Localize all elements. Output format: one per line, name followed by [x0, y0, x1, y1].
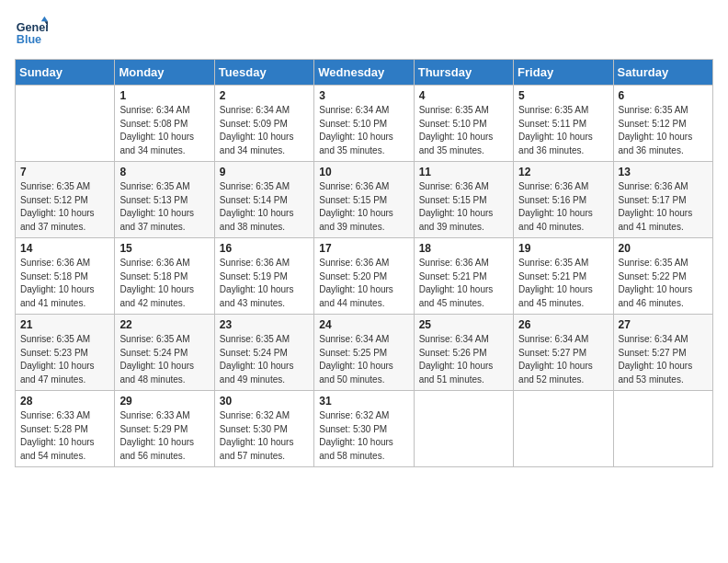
day-info: Sunrise: 6:35 AM Sunset: 5:22 PM Dayligh…: [619, 257, 708, 310]
calendar-cell: [613, 391, 712, 467]
calendar-cell: 6Sunrise: 6:35 AM Sunset: 5:12 PM Daylig…: [613, 86, 712, 162]
calendar-cell: 3Sunrise: 6:34 AM Sunset: 5:10 PM Daylig…: [314, 86, 414, 162]
day-info: Sunrise: 6:36 AM Sunset: 5:17 PM Dayligh…: [619, 180, 708, 234]
day-info: Sunrise: 6:33 AM Sunset: 5:29 PM Dayligh…: [119, 409, 209, 463]
calendar-cell: 12Sunrise: 6:36 AM Sunset: 5:16 PM Dayli…: [514, 162, 613, 238]
weekday-header-thursday: Thursday: [414, 60, 513, 86]
day-info: Sunrise: 6:34 AM Sunset: 5:25 PM Dayligh…: [319, 333, 408, 386]
calendar-cell: 9Sunrise: 6:35 AM Sunset: 5:14 PM Daylig…: [214, 162, 313, 238]
weekday-header-tuesday: Tuesday: [214, 60, 313, 86]
calendar-cell: 22Sunrise: 6:35 AM Sunset: 5:24 PM Dayli…: [115, 315, 214, 391]
day-info: Sunrise: 6:34 AM Sunset: 5:09 PM Dayligh…: [220, 104, 309, 157]
day-number: 12: [518, 166, 608, 178]
calendar-cell: 25Sunrise: 6:34 AM Sunset: 5:26 PM Dayli…: [414, 315, 513, 391]
day-number: 26: [518, 318, 608, 331]
day-number: 18: [419, 242, 508, 255]
page-header: General Blue: [15, 15, 713, 48]
day-number: 9: [220, 166, 309, 178]
calendar-cell: 1Sunrise: 6:34 AM Sunset: 5:08 PM Daylig…: [115, 86, 214, 162]
day-number: 3: [319, 89, 408, 102]
day-number: 7: [20, 166, 109, 178]
day-info: Sunrise: 6:35 AM Sunset: 5:13 PM Dayligh…: [119, 180, 209, 234]
day-number: 22: [119, 318, 209, 331]
day-number: 15: [119, 242, 209, 255]
day-info: Sunrise: 6:36 AM Sunset: 5:20 PM Dayligh…: [319, 257, 408, 310]
week-row-1: 1Sunrise: 6:34 AM Sunset: 5:08 PM Daylig…: [16, 86, 713, 162]
day-info: Sunrise: 6:33 AM Sunset: 5:28 PM Dayligh…: [20, 409, 109, 463]
day-info: Sunrise: 6:36 AM Sunset: 5:15 PM Dayligh…: [419, 180, 508, 234]
weekday-header-friday: Friday: [514, 60, 613, 86]
day-info: Sunrise: 6:35 AM Sunset: 5:23 PM Dayligh…: [20, 333, 109, 386]
day-info: Sunrise: 6:35 AM Sunset: 5:11 PM Dayligh…: [518, 104, 608, 157]
logo-icon: General Blue: [15, 15, 48, 48]
calendar-cell: 17Sunrise: 6:36 AM Sunset: 5:20 PM Dayli…: [314, 238, 414, 315]
calendar-cell: 19Sunrise: 6:35 AM Sunset: 5:21 PM Dayli…: [514, 238, 613, 315]
week-row-4: 21Sunrise: 6:35 AM Sunset: 5:23 PM Dayli…: [16, 315, 713, 391]
calendar-cell: 23Sunrise: 6:35 AM Sunset: 5:24 PM Dayli…: [214, 315, 313, 391]
calendar-cell: 20Sunrise: 6:35 AM Sunset: 5:22 PM Dayli…: [613, 238, 712, 315]
svg-text:Blue: Blue: [17, 33, 41, 46]
day-number: 2: [220, 89, 309, 102]
day-info: Sunrise: 6:35 AM Sunset: 5:12 PM Dayligh…: [20, 180, 109, 234]
calendar-cell: 27Sunrise: 6:34 AM Sunset: 5:27 PM Dayli…: [613, 315, 712, 391]
calendar-cell: 14Sunrise: 6:36 AM Sunset: 5:18 PM Dayli…: [16, 238, 115, 315]
day-info: Sunrise: 6:35 AM Sunset: 5:21 PM Dayligh…: [518, 257, 608, 310]
day-info: Sunrise: 6:35 AM Sunset: 5:24 PM Dayligh…: [220, 333, 309, 386]
day-info: Sunrise: 6:32 AM Sunset: 5:30 PM Dayligh…: [319, 409, 408, 463]
day-number: 27: [619, 318, 708, 331]
calendar-cell: [514, 391, 613, 467]
calendar-cell: 29Sunrise: 6:33 AM Sunset: 5:29 PM Dayli…: [115, 391, 214, 467]
calendar-cell: 21Sunrise: 6:35 AM Sunset: 5:23 PM Dayli…: [16, 315, 115, 391]
day-info: Sunrise: 6:35 AM Sunset: 5:14 PM Dayligh…: [220, 180, 309, 234]
day-info: Sunrise: 6:34 AM Sunset: 5:27 PM Dayligh…: [518, 333, 608, 386]
day-number: 31: [319, 395, 408, 408]
calendar-cell: 5Sunrise: 6:35 AM Sunset: 5:11 PM Daylig…: [514, 86, 613, 162]
day-number: 25: [419, 318, 508, 331]
day-number: 4: [419, 89, 508, 102]
calendar-cell: 10Sunrise: 6:36 AM Sunset: 5:15 PM Dayli…: [314, 162, 414, 238]
day-info: Sunrise: 6:32 AM Sunset: 5:30 PM Dayligh…: [220, 409, 309, 463]
week-row-3: 14Sunrise: 6:36 AM Sunset: 5:18 PM Dayli…: [16, 238, 713, 315]
day-number: 13: [619, 166, 708, 178]
day-number: 10: [319, 166, 408, 178]
day-info: Sunrise: 6:36 AM Sunset: 5:19 PM Dayligh…: [220, 257, 309, 310]
day-number: 28: [20, 395, 109, 408]
calendar-cell: [414, 391, 513, 467]
day-number: 21: [20, 318, 109, 331]
calendar-cell: 26Sunrise: 6:34 AM Sunset: 5:27 PM Dayli…: [514, 315, 613, 391]
day-number: 30: [220, 395, 309, 408]
calendar-cell: [16, 86, 115, 162]
day-info: Sunrise: 6:36 AM Sunset: 5:21 PM Dayligh…: [419, 257, 508, 310]
day-number: 23: [220, 318, 309, 331]
calendar-cell: 16Sunrise: 6:36 AM Sunset: 5:19 PM Dayli…: [214, 238, 313, 315]
day-number: 11: [419, 166, 508, 178]
calendar-cell: 31Sunrise: 6:32 AM Sunset: 5:30 PM Dayli…: [314, 391, 414, 467]
calendar-cell: 8Sunrise: 6:35 AM Sunset: 5:13 PM Daylig…: [115, 162, 214, 238]
calendar-cell: 28Sunrise: 6:33 AM Sunset: 5:28 PM Dayli…: [16, 391, 115, 467]
calendar-cell: 15Sunrise: 6:36 AM Sunset: 5:18 PM Dayli…: [115, 238, 214, 315]
weekday-header-row: SundayMondayTuesdayWednesdayThursdayFrid…: [16, 60, 713, 86]
day-info: Sunrise: 6:36 AM Sunset: 5:16 PM Dayligh…: [518, 180, 608, 234]
day-info: Sunrise: 6:35 AM Sunset: 5:10 PM Dayligh…: [419, 104, 508, 157]
week-row-5: 28Sunrise: 6:33 AM Sunset: 5:28 PM Dayli…: [16, 391, 713, 467]
day-number: 5: [518, 89, 608, 102]
day-number: 14: [20, 242, 109, 255]
calendar-cell: 2Sunrise: 6:34 AM Sunset: 5:09 PM Daylig…: [214, 86, 313, 162]
weekday-header-sunday: Sunday: [16, 60, 115, 86]
calendar-cell: 30Sunrise: 6:32 AM Sunset: 5:30 PM Dayli…: [214, 391, 313, 467]
calendar-cell: 18Sunrise: 6:36 AM Sunset: 5:21 PM Dayli…: [414, 238, 513, 315]
day-info: Sunrise: 6:36 AM Sunset: 5:18 PM Dayligh…: [20, 257, 109, 310]
day-info: Sunrise: 6:34 AM Sunset: 5:10 PM Dayligh…: [319, 104, 408, 157]
day-info: Sunrise: 6:34 AM Sunset: 5:27 PM Dayligh…: [619, 333, 708, 386]
day-info: Sunrise: 6:35 AM Sunset: 5:24 PM Dayligh…: [119, 333, 209, 386]
day-info: Sunrise: 6:35 AM Sunset: 5:12 PM Dayligh…: [619, 104, 708, 157]
day-info: Sunrise: 6:36 AM Sunset: 5:18 PM Dayligh…: [119, 257, 209, 310]
week-row-2: 7Sunrise: 6:35 AM Sunset: 5:12 PM Daylig…: [16, 162, 713, 238]
day-number: 8: [119, 166, 209, 178]
weekday-header-wednesday: Wednesday: [314, 60, 414, 86]
day-number: 19: [518, 242, 608, 255]
calendar-cell: 4Sunrise: 6:35 AM Sunset: 5:10 PM Daylig…: [414, 86, 513, 162]
calendar-table: SundayMondayTuesdayWednesdayThursdayFrid…: [15, 59, 713, 467]
svg-marker-2: [41, 17, 48, 21]
day-info: Sunrise: 6:36 AM Sunset: 5:15 PM Dayligh…: [319, 180, 408, 234]
